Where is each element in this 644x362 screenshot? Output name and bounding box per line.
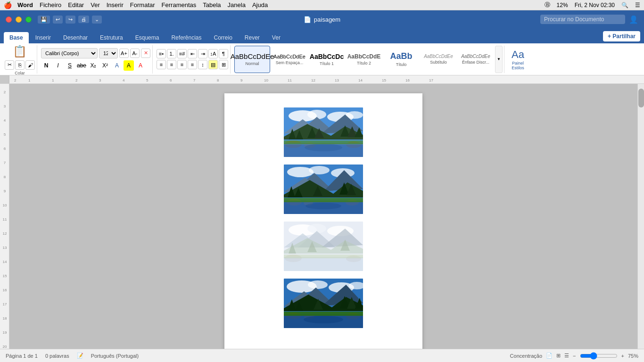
user-icon[interactable]: 👤 [629,15,638,24]
show-marks-btn[interactable]: ¶ [219,49,228,58]
cut-copy-format: ✂ ⎘ 🖌 [5,60,35,70]
tab-inserir[interactable]: Inserir [30,32,57,43]
subscript-button[interactable]: X₂ [88,60,99,71]
tab-esquema[interactable]: Esquema [130,32,165,43]
format-painter-button[interactable]: 🖌 [25,60,35,70]
numbering-btn[interactable]: 1. [167,49,176,58]
image-4[interactable] [284,279,363,328]
decrease-indent-btn[interactable]: ⇤ [188,49,197,58]
font-color-btn[interactable]: A [112,60,122,71]
font-size-select[interactable]: 12 [99,48,118,58]
image-1[interactable] [284,107,363,157]
view-mode[interactable]: Concentração [510,353,543,359]
redo-btn[interactable]: ↪ [66,16,75,24]
close-button[interactable] [6,16,12,23]
copy-button[interactable]: ⎘ [15,60,25,70]
paste-button[interactable]: 📋 [10,43,29,59]
tab-estrutura[interactable]: Estrutura [94,32,129,43]
customize-btn[interactable]: ⌄ [92,16,102,24]
superscript-button[interactable]: X² [100,60,110,71]
menu-word[interactable]: Word [17,1,33,8]
multilevel-btn[interactable]: ≡# [177,49,187,58]
quick-save-btn[interactable]: 💾 [38,16,50,24]
style-titulo1-label: Título 1 [320,61,334,66]
menu-ver[interactable]: Ver [91,1,100,8]
menu-ferramentas[interactable]: Ferramentas [162,1,197,8]
menu-inserir[interactable]: Inserir [107,1,124,8]
menu-ficheiro[interactable]: Ficheiro [40,1,61,8]
apple-icon[interactable]: 🍎 [4,1,12,9]
tab-referencias[interactable]: Referências [165,32,207,43]
font-name-select[interactable]: Calibri (Corpo) [41,48,98,58]
underline-button[interactable]: S [65,60,75,71]
tab-base[interactable]: Base [4,32,29,43]
cut-button[interactable]: ✂ [5,60,14,70]
sort-btn[interactable]: ↕A [208,49,218,58]
doc-title-text: paisagem [314,16,340,23]
panel-estilos-button[interactable]: Aa PainelEstilos [504,46,528,73]
style-normal[interactable]: AaBbCcDdEe Normal [234,46,270,73]
shading-btn[interactable]: ▤ [208,60,218,69]
menu-tabela[interactable]: Tabela [203,1,221,8]
style-titulo[interactable]: AaBb Título [383,46,419,73]
line-spacing-btn[interactable]: ↕ [198,60,207,69]
maximize-button[interactable] [25,16,32,23]
font-size-increase-btn[interactable]: A+ [119,49,129,58]
undo-btn[interactable]: ↩ [53,16,63,24]
v-ruler-svg: 2 3 4 5 6 7 8 9 10 11 12 13 14 15 16 17 … [0,84,9,349]
style-no-space[interactable]: AaBbCcDdEe Sem Espaça... [272,46,307,73]
tab-desenhar[interactable]: Desenhar [58,32,93,43]
highlight-btn[interactable]: A [124,60,134,71]
minimize-button[interactable] [16,16,22,23]
menu-icon[interactable]: ☰ [635,2,640,8]
menu-janela[interactable]: Janela [228,1,246,8]
align-right-btn[interactable]: ≡ [177,60,187,69]
paragraph-group: ≡• 1. ≡# ⇤ ⇥ ↕A ¶ ≡ ≡ ≡ ≡ ↕ ▤ ⊞ [155,45,231,74]
image-2[interactable] [284,165,363,214]
style-titulo2[interactable]: AaBbCcDdE Título 2 [346,46,382,73]
share-button[interactable]: + Partilhar [603,31,640,41]
image-3[interactable] [284,222,363,271]
bullets-btn[interactable]: ≡• [157,49,166,58]
align-left-btn[interactable]: ≡ [157,60,166,69]
align-center-btn[interactable]: ≡ [167,60,176,69]
svg-point-99 [308,280,328,289]
search-icon[interactable]: 🔍 [621,2,628,8]
svg-point-63 [309,166,330,174]
zoom-slider[interactable] [580,352,618,360]
menu-formatar[interactable]: Formatar [130,1,155,8]
tab-rever[interactable]: Rever [239,32,265,43]
justify-btn[interactable]: ≡ [188,60,197,69]
scroll-area[interactable] [9,84,637,349]
zoom-in-btn[interactable]: + [621,353,624,359]
bold-button[interactable]: N [41,60,51,71]
svg-text:12: 12 [2,231,7,236]
style-enfase[interactable]: AaBbCcDdEe Ênfase Discr... [458,46,494,73]
clear-format-btn[interactable]: ✕ [141,49,150,58]
language[interactable]: Português (Portugal) [91,353,139,359]
zoom-percent: 75% [628,353,638,359]
zoom-out-btn[interactable]: − [573,353,576,359]
svg-text:17: 17 [429,78,433,82]
svg-text:18: 18 [2,316,7,321]
search-input[interactable] [540,15,625,24]
borders-btn[interactable]: ⊞ [219,60,228,69]
print-btn[interactable]: 🖨 [78,16,89,23]
scrollbar-thumb[interactable] [638,89,644,107]
word-count: 0 palavras [45,353,69,359]
proofread-icon[interactable]: 📝 [77,353,83,359]
strikethrough-button[interactable]: abe [76,60,87,71]
font-size-decrease-btn[interactable]: A- [130,49,140,58]
doc-area: 2 3 4 5 6 7 8 9 10 11 12 13 14 15 16 17 … [0,84,644,349]
style-titulo1[interactable]: AaBbCcDc Título 1 [309,46,345,73]
tab-correio[interactable]: Correio [208,32,238,43]
italic-button[interactable]: I [53,60,63,71]
tab-ver[interactable]: Ver [266,32,286,43]
menu-editar[interactable]: Editar [68,1,84,8]
menu-ajuda[interactable]: Ajuda [252,1,268,8]
increase-indent-btn[interactable]: ⇥ [198,49,207,58]
vertical-scrollbar[interactable] [637,84,644,349]
text-color-btn[interactable]: A [135,60,146,71]
style-subtitulo[interactable]: AaBbCcDdEe Subtítulo [421,46,456,73]
styles-scroll-down[interactable]: ▼ [495,46,503,73]
